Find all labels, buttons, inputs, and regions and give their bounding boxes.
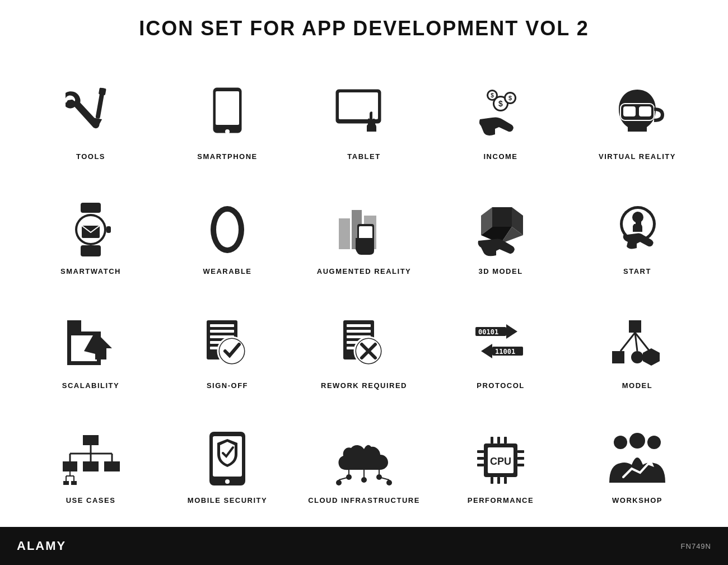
icons-grid: TOOLS SMARTPHONE <box>22 57 706 516</box>
svg-point-122 <box>629 433 645 449</box>
svg-point-96 <box>361 477 367 483</box>
svg-marker-73 <box>643 348 660 366</box>
icon-cell-smartphone: SMARTPHONE <box>159 57 296 172</box>
svg-marker-68 <box>481 344 492 358</box>
workshop-label: WORKSHOP <box>612 496 662 506</box>
protocol-label: PROTOCOL <box>477 381 524 391</box>
sign-off-label: SIGN-OFF <box>207 381 248 391</box>
use-cases-label: USE CASES <box>66 496 116 506</box>
svg-rect-118 <box>497 477 500 484</box>
smartwatch-label: SMARTWATCH <box>60 267 121 277</box>
protocol-icon: 00101 11001 <box>470 313 531 375</box>
svg-rect-109 <box>477 457 484 460</box>
svg-rect-26 <box>106 226 111 233</box>
wearable-label: WEARABLE <box>203 267 251 277</box>
svg-text:11001: 11001 <box>495 348 515 356</box>
svg-rect-115 <box>497 437 500 443</box>
tools-icon <box>60 84 122 146</box>
icon-cell-scalability: SCALABILITY <box>22 287 159 401</box>
model-label: MODEL <box>622 381 652 391</box>
svg-line-74 <box>620 333 635 351</box>
footer-bar: ALAMY FN749N <box>0 527 728 565</box>
augmented-reality-icon <box>333 199 395 260</box>
cloud-infrastructure-icon <box>333 428 395 489</box>
icon-cell-augmented-reality: AUGMENTED REALITY <box>296 172 432 287</box>
scalability-icon <box>60 313 122 375</box>
footer-logo: ALAMY <box>17 539 66 553</box>
performance-icon: CPU <box>470 428 531 489</box>
icon-cell-cloud-infrastructure: CLOUD INFRASTRUCTURE <box>296 401 432 516</box>
svg-point-94 <box>225 479 230 484</box>
icon-cell-income: $ $ $ INCOME <box>432 57 569 172</box>
svg-rect-114 <box>491 437 493 443</box>
workshop-icon <box>606 428 668 489</box>
svg-point-28 <box>216 212 239 248</box>
svg-rect-70 <box>629 320 641 333</box>
virtual-reality-label: VIRTUAL REALITY <box>599 152 676 162</box>
svg-text:$: $ <box>508 95 512 101</box>
svg-point-121 <box>647 436 661 449</box>
svg-rect-25 <box>81 245 101 256</box>
rework-required-icon <box>333 313 395 375</box>
svg-rect-19 <box>623 106 636 116</box>
icon-cell-tablet: TABLET <box>296 57 432 172</box>
svg-rect-117 <box>491 477 493 484</box>
svg-rect-71 <box>612 351 624 363</box>
svg-text:CPU: CPU <box>490 456 511 467</box>
icon-cell-3d-model: 3D MODEL <box>432 172 569 287</box>
icon-cell-tools: TOOLS <box>22 57 159 172</box>
svg-rect-110 <box>477 464 484 466</box>
rework-required-label: REWORK REQUIRED <box>321 381 407 391</box>
svg-rect-91 <box>71 481 77 485</box>
svg-text:00101: 00101 <box>478 328 498 336</box>
icon-cell-use-cases: USE CASES <box>22 401 159 516</box>
scalability-label: SCALABILITY <box>62 381 119 391</box>
svg-rect-108 <box>477 450 484 453</box>
main-content: ICON SET FOR APP DEVELOPMENT VOL 2 TOOLS <box>0 0 728 527</box>
svg-text:$: $ <box>498 99 503 108</box>
start-icon <box>606 199 668 260</box>
icon-cell-rework-required: REWORK REQUIRED <box>296 287 432 401</box>
svg-rect-21 <box>81 203 101 213</box>
svg-rect-45 <box>67 320 81 334</box>
smartwatch-icon <box>60 199 122 260</box>
svg-rect-48 <box>210 330 234 333</box>
svg-rect-56 <box>347 330 371 333</box>
svg-point-120 <box>614 436 627 449</box>
svg-point-72 <box>631 351 643 363</box>
tablet-icon <box>333 84 395 146</box>
virtual-reality-icon <box>606 84 668 146</box>
page-title: ICON SET FOR APP DEVELOPMENT VOL 2 <box>22 17 706 40</box>
icon-cell-protocol: 00101 11001 PROTOCOL <box>432 287 569 401</box>
svg-rect-83 <box>83 461 99 471</box>
svg-rect-2 <box>99 87 106 95</box>
svg-rect-119 <box>504 477 507 484</box>
svg-text:$: $ <box>491 92 494 99</box>
svg-rect-77 <box>83 435 99 445</box>
svg-point-99 <box>386 480 392 485</box>
icon-cell-model: MODEL <box>569 287 706 401</box>
augmented-reality-label: AUGMENTED REALITY <box>317 267 412 277</box>
icon-cell-workshop: WORKSHOP <box>569 401 706 516</box>
3d-model-label: 3D MODEL <box>478 267 522 277</box>
icon-cell-smartwatch: SMARTWATCH <box>22 172 159 287</box>
income-icon: $ $ $ <box>470 84 531 146</box>
3d-model-icon <box>470 199 531 260</box>
model-icon <box>606 313 668 375</box>
svg-rect-116 <box>504 437 507 443</box>
svg-rect-81 <box>63 461 77 471</box>
start-label: START <box>623 267 651 277</box>
icon-cell-virtual-reality: VIRTUAL REALITY <box>569 57 706 172</box>
svg-rect-47 <box>210 324 234 327</box>
svg-rect-85 <box>104 461 120 471</box>
svg-point-5 <box>225 129 230 134</box>
tablet-label: TABLET <box>347 152 380 162</box>
tools-label: TOOLS <box>76 152 105 162</box>
svg-rect-113 <box>517 464 524 466</box>
svg-rect-112 <box>517 457 524 460</box>
wearable-icon <box>197 199 258 260</box>
icon-cell-performance: CPU <box>432 401 569 516</box>
sign-off-icon <box>197 313 258 375</box>
footer-id: FN749N <box>681 542 711 550</box>
svg-rect-55 <box>347 324 371 327</box>
